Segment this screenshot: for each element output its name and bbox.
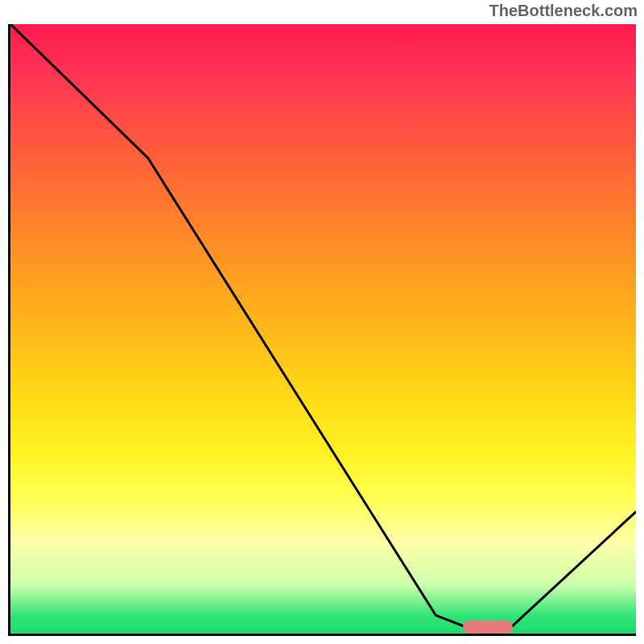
- plot-area: [8, 24, 636, 636]
- optimal-marker: [463, 621, 513, 634]
- gradient-background: [10, 24, 636, 634]
- watermark-text: TheBottleneck.com: [489, 2, 638, 20]
